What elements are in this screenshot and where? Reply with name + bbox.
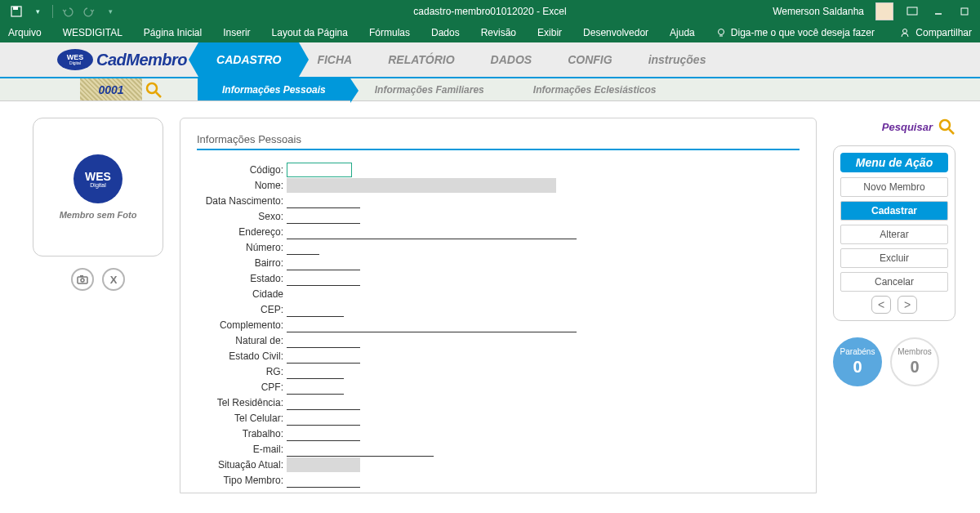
member-id: 0001 <box>80 78 142 100</box>
input-trab[interactable] <box>287 426 360 441</box>
stats-row: Parabéns 0 Membros 0 <box>833 337 956 386</box>
input-natural[interactable] <box>287 332 360 348</box>
label-nome: Nome: <box>197 180 287 191</box>
logo-icon: WESDigital <box>57 49 93 70</box>
svg-line-9 <box>156 92 161 97</box>
input-estado[interactable] <box>287 270 360 286</box>
cancelar-button[interactable]: Cancelar <box>840 272 948 292</box>
tab-instrucoes[interactable]: instruções <box>630 42 724 77</box>
svg-rect-4 <box>961 8 968 15</box>
ribbon-tab-formulas[interactable]: Fórmulas <box>369 27 410 38</box>
tab-ficha[interactable]: FICHA <box>299 42 370 77</box>
right-column: Pesquisar Menu de Ação Novo Membro Cadas… <box>833 118 956 513</box>
svg-rect-10 <box>78 277 87 283</box>
photo-logo-icon: WESDigital <box>74 154 122 203</box>
main-tabs: CADASTRO FICHA RELATÓRIO DADOS CONFIG in… <box>198 42 724 77</box>
ribbon-tab-wesdigital[interactable]: WESDIGITAL <box>63 27 122 38</box>
novo-membro-button[interactable]: Novo Membro <box>840 177 948 197</box>
ribbon-tab-arquivo[interactable]: Arquivo <box>8 27 42 38</box>
maximize-icon[interactable] <box>957 4 972 19</box>
input-rg[interactable] <box>287 364 344 379</box>
subtab-eclesiasticos[interactable]: Informações Eclesiásticos <box>509 78 681 100</box>
cadastrar-button[interactable]: Cadastrar <box>840 201 948 221</box>
stat-parabens-label: Parabéns <box>840 347 875 356</box>
label-email: E-mail: <box>197 444 287 455</box>
label-compl: Complemento: <box>197 319 287 331</box>
input-cpf[interactable] <box>287 379 344 395</box>
label-cep: CEP: <box>197 304 287 315</box>
tab-cadastro[interactable]: CADASTRO <box>198 42 299 77</box>
ribbon-tab-revisao[interactable]: Revisão <box>481 27 516 38</box>
stat-membros: Membros 0 <box>890 337 939 386</box>
tab-config[interactable]: CONFIG <box>550 42 630 77</box>
tell-me-label: Diga-me o que você deseja fazer <box>731 27 875 38</box>
tab-relatorio[interactable]: RELATÓRIO <box>370 42 472 77</box>
input-bairro[interactable] <box>287 255 360 270</box>
label-sexo: Sexo: <box>197 211 287 222</box>
label-codigo: Código: <box>197 164 287 176</box>
app-logo: WESDigital CadMembro <box>0 49 198 70</box>
ribbon-tab-layout[interactable]: Layout da Página <box>272 27 348 38</box>
prev-button[interactable]: < <box>871 296 891 314</box>
search-link-label: Pesquisar <box>882 121 933 133</box>
input-email[interactable] <box>287 441 434 457</box>
ribbon-tab-ajuda[interactable]: Ajuda <box>670 27 695 38</box>
workspace: WESDigital Membro sem Foto X Informações… <box>0 101 980 513</box>
search-link[interactable]: Pesquisar <box>833 118 956 136</box>
input-telres[interactable] <box>287 395 360 410</box>
ribbon-tab-desenvolvedor[interactable]: Desenvolvedor <box>583 27 648 38</box>
app-name: CadMembro <box>96 51 187 69</box>
input-tipo[interactable] <box>287 472 360 488</box>
share-button[interactable]: Compartilhar <box>899 27 972 38</box>
ribbon-tabs: Arquivo WESDIGITAL Página Inicial Inseri… <box>0 23 980 42</box>
label-telcel: Tel Celular: <box>197 413 287 424</box>
input-cep[interactable] <box>287 301 344 317</box>
stat-parabens: Parabéns 0 <box>833 337 882 386</box>
input-telcel[interactable] <box>287 410 360 426</box>
input-numero[interactable] <box>287 239 319 255</box>
photo-panel: WESDigital Membro sem Foto X <box>33 118 163 513</box>
label-cidade: Cidade <box>197 288 287 300</box>
subtab-pessoais[interactable]: Informações Pessoais <box>198 78 350 100</box>
minimize-icon[interactable] <box>931 4 946 19</box>
svg-rect-1 <box>13 7 18 10</box>
undo-icon[interactable] <box>61 5 74 18</box>
search-icon[interactable] <box>142 78 165 100</box>
ribbon-tab-exibir[interactable]: Exibir <box>537 27 562 38</box>
input-civil[interactable] <box>287 348 360 364</box>
no-photo-label: Membro sem Foto <box>60 210 137 220</box>
form-title: Informações Pessoais <box>197 133 800 150</box>
input-codigo[interactable] <box>287 163 352 177</box>
account-name[interactable]: Wemerson Saldanha <box>773 6 864 17</box>
label-bairro: Bairro: <box>197 257 287 269</box>
alterar-button[interactable]: Alterar <box>840 225 948 244</box>
tab-dados[interactable]: DADOS <box>473 42 550 77</box>
tell-me-search[interactable]: Diga-me o que você deseja fazer <box>716 27 875 38</box>
input-sexo[interactable] <box>287 208 360 224</box>
ribbon-display-icon[interactable] <box>905 4 920 19</box>
input-endereco[interactable] <box>287 224 577 239</box>
excluir-button[interactable]: Excluir <box>840 248 948 268</box>
subtab-familiares[interactable]: Informações Familiares <box>350 78 509 100</box>
qat-customize-icon[interactable]: ▾ <box>104 5 117 18</box>
sub-tabs: 0001 Informações Pessoais Informações Fa… <box>0 77 980 101</box>
delete-photo-button[interactable]: X <box>102 268 125 291</box>
qat-dropdown-icon[interactable]: ▾ <box>31 5 44 18</box>
redo-icon[interactable] <box>82 5 96 18</box>
camera-button[interactable] <box>71 268 94 291</box>
stat-parabens-value: 0 <box>853 358 862 377</box>
input-nasc[interactable] <box>287 193 360 208</box>
save-icon[interactable] <box>10 5 23 18</box>
input-nome[interactable] <box>287 178 556 193</box>
ribbon-tab-inserir[interactable]: Inserir <box>223 27 250 38</box>
svg-line-14 <box>949 129 954 134</box>
ribbon-tab-pagina-inicial[interactable]: Página Inicial <box>144 27 202 38</box>
input-compl[interactable] <box>287 317 577 332</box>
ribbon-tab-dados[interactable]: Dados <box>431 27 460 38</box>
account-avatar[interactable] <box>875 2 893 20</box>
next-button[interactable]: > <box>898 296 917 314</box>
label-trab: Trabalho: <box>197 428 287 439</box>
input-sit[interactable] <box>287 457 360 472</box>
label-rg: RG: <box>197 366 287 377</box>
lightbulb-icon <box>716 28 726 38</box>
